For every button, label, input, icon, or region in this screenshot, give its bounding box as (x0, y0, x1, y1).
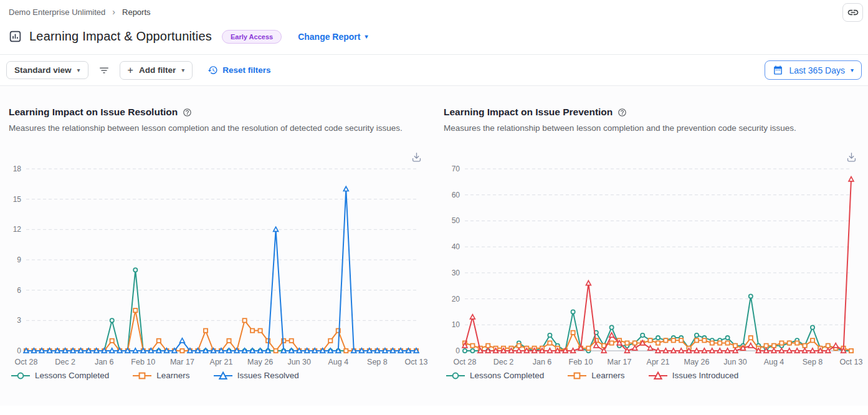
legend-item-lessons-completed[interactable]: Lessons Completed (11, 371, 109, 380)
legend-label: Issues Introduced (672, 371, 739, 380)
square-series-marker-icon (133, 371, 151, 380)
svg-text:Sep 8: Sep 8 (803, 358, 823, 366)
chart-legend: Lessons CompletedLearnersIssues Resolved (9, 371, 426, 380)
chevron-down-icon: ▾ (77, 67, 80, 74)
svg-text:Jun 30: Jun 30 (723, 358, 747, 366)
svg-text:Sep 8: Sep 8 (367, 358, 388, 366)
bar-chart-icon (9, 30, 22, 43)
reset-filters-button[interactable]: Reset filters (204, 64, 274, 76)
legend-item-issues-resolved[interactable]: Issues Resolved (214, 371, 299, 380)
legend-item-learners[interactable]: Learners (133, 371, 189, 380)
issue-prevention-line-chart: 010203040506070Oct 28Dec 2Jan 6Feb 10Mar… (444, 154, 861, 370)
triangle-series-marker-icon (214, 371, 232, 380)
svg-text:Feb 10: Feb 10 (131, 358, 155, 366)
help-icon[interactable] (618, 108, 627, 117)
svg-text:Aug 4: Aug 4 (328, 358, 348, 366)
filter-toolbar: Standard view ▾ + Add filter ▾ Reset fil… (0, 54, 868, 86)
svg-text:May 26: May 26 (684, 358, 710, 366)
svg-text:Mar 17: Mar 17 (170, 358, 194, 366)
link-icon (847, 6, 859, 19)
svg-text:15: 15 (13, 195, 22, 204)
svg-text:Dec 2: Dec 2 (55, 358, 75, 366)
svg-text:Oct 28: Oct 28 (454, 358, 477, 366)
legend-item-issues-introduced[interactable]: Issues Introduced (649, 371, 739, 380)
download-chart-button[interactable] (844, 150, 859, 165)
change-report-button[interactable]: Change Report ▾ (298, 32, 368, 42)
svg-text:Apr 21: Apr 21 (647, 358, 670, 366)
svg-text:6: 6 (17, 286, 21, 295)
legend-item-lessons-completed[interactable]: Lessons Completed (446, 371, 544, 380)
svg-text:Oct 13: Oct 13 (840, 358, 863, 366)
svg-text:70: 70 (452, 165, 460, 173)
chart-card-issue-prevention: Learning Impact on Issue Prevention Meas… (444, 107, 861, 380)
triangle-series-marker-icon (649, 371, 667, 380)
reset-filters-label: Reset filters (222, 65, 270, 75)
legend-label: Issues Resolved (237, 371, 299, 380)
square-series-marker-icon (568, 371, 586, 380)
svg-text:50: 50 (452, 216, 460, 225)
view-selector-label: Standard view (14, 65, 72, 75)
svg-text:Jan 6: Jan 6 (95, 358, 114, 366)
svg-text:Apr 21: Apr 21 (210, 358, 233, 366)
svg-text:Feb 10: Feb 10 (569, 358, 593, 366)
breadcrumb: Demo Enterprise Unlimited › Reports (9, 3, 151, 17)
change-report-label: Change Report (298, 32, 360, 42)
chart-description: Measures the relationship between lesson… (9, 123, 426, 133)
svg-text:Aug 4: Aug 4 (764, 358, 785, 366)
chevron-right-icon: › (112, 7, 115, 17)
svg-text:12: 12 (13, 225, 22, 234)
circle-series-marker-icon (11, 371, 30, 380)
legend-item-learners[interactable]: Learners (568, 371, 624, 380)
legend-label: Lessons Completed (35, 371, 109, 380)
legend-label: Learners (591, 371, 624, 380)
svg-text:Oct 13: Oct 13 (405, 358, 428, 366)
download-chart-button[interactable] (409, 150, 424, 165)
filter-list-button[interactable] (95, 62, 113, 79)
report-content: Learning Impact on Issue Resolution Meas… (0, 86, 868, 406)
svg-text:0: 0 (17, 346, 21, 355)
svg-text:18: 18 (13, 165, 22, 173)
svg-text:Jun 30: Jun 30 (287, 358, 311, 366)
svg-text:60: 60 (452, 191, 460, 199)
svg-text:Oct 28: Oct 28 (15, 358, 38, 366)
calendar-icon (773, 65, 783, 75)
chart-title: Learning Impact on Issue Resolution (9, 107, 178, 118)
early-access-badge: Early Access (222, 30, 282, 44)
chevron-down-icon: ▾ (851, 67, 854, 74)
copy-link-button[interactable] (842, 3, 863, 22)
svg-text:40: 40 (452, 242, 460, 251)
legend-label: Learners (156, 371, 189, 380)
svg-text:Mar 17: Mar 17 (608, 358, 632, 366)
svg-text:3: 3 (17, 316, 21, 325)
chevron-down-icon: ▾ (365, 34, 368, 40)
help-icon[interactable] (183, 108, 192, 117)
svg-text:May 26: May 26 (247, 358, 273, 366)
svg-text:Dec 2: Dec 2 (494, 358, 514, 366)
breadcrumb-item-reports[interactable]: Reports (122, 7, 151, 17)
svg-text:30: 30 (452, 269, 460, 277)
chevron-down-icon: ▾ (181, 67, 184, 74)
add-filter-label: Add filter (139, 65, 176, 75)
add-filter-button[interactable]: + Add filter ▾ (120, 61, 193, 80)
issue-resolution-line-chart: 0369121518Oct 28Dec 2Jan 6Feb 10Mar 17Ap… (9, 154, 426, 370)
circle-series-marker-icon (446, 371, 465, 380)
plus-icon: + (128, 65, 133, 75)
chart-card-issue-resolution: Learning Impact on Issue Resolution Meas… (9, 107, 426, 380)
chart-legend: Lessons CompletedLearnersIssues Introduc… (444, 371, 861, 380)
view-selector-dropdown[interactable]: Standard view ▾ (6, 61, 88, 79)
filter-list-icon (98, 65, 110, 76)
svg-text:Jan 6: Jan 6 (533, 358, 552, 366)
top-bar: Demo Enterprise Unlimited › Reports (0, 0, 868, 22)
chart-title: Learning Impact on Issue Prevention (444, 107, 613, 118)
download-icon (411, 151, 422, 163)
svg-text:0: 0 (455, 346, 460, 355)
svg-text:9: 9 (17, 255, 21, 264)
date-range-picker[interactable]: Last 365 Days ▾ (765, 60, 862, 80)
svg-text:10: 10 (452, 320, 460, 329)
page-header: Learning Impact & Opportunities Early Ac… (0, 22, 868, 54)
breadcrumb-item-org[interactable]: Demo Enterprise Unlimited (9, 7, 105, 17)
legend-label: Lessons Completed (470, 371, 544, 380)
date-range-label: Last 365 Days (789, 65, 845, 75)
svg-text:20: 20 (452, 295, 460, 303)
page-title: Learning Impact & Opportunities (29, 29, 212, 44)
